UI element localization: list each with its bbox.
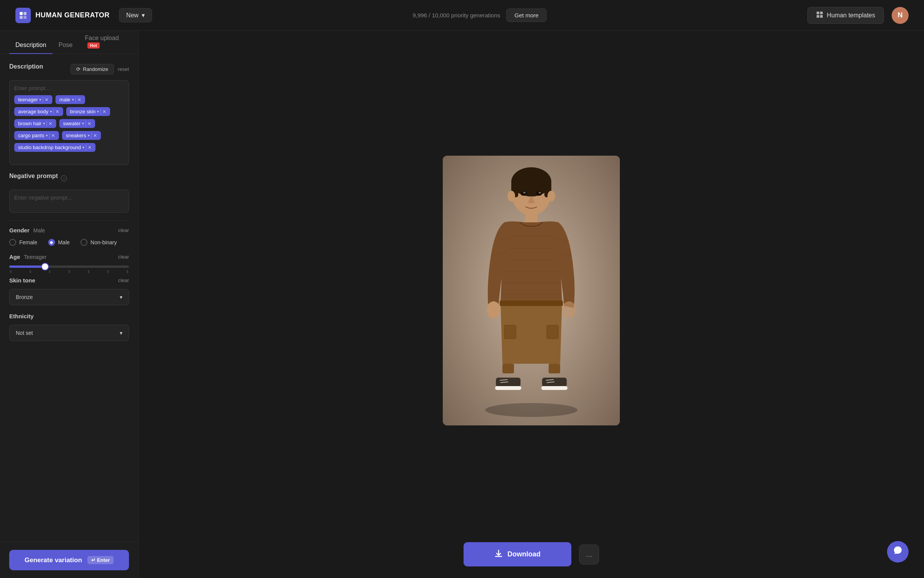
gender-radio-group: Female Male Non-binary: [9, 239, 129, 246]
age-clear[interactable]: clear: [118, 254, 129, 260]
tag-male[interactable]: male ▾ ✕: [55, 95, 85, 104]
app-title: HUMAN GENERATOR: [35, 11, 110, 19]
radio-female[interactable]: Female: [9, 239, 37, 246]
tag-remove-icon[interactable]: ✕: [55, 109, 59, 114]
tag-cargo-pants[interactable]: cargo pants ▾ ✕: [14, 131, 59, 140]
tag-separator: [86, 145, 86, 150]
chat-bubble-button[interactable]: [887, 541, 909, 563]
ethnicity-value: Not set: [16, 330, 33, 336]
chevron-icon: ▾: [39, 97, 41, 102]
ethnicity-select[interactable]: Not set ▾: [9, 325, 129, 341]
age-label: Age: [9, 254, 20, 260]
tag-teenager[interactable]: teenager ▾ ✕: [14, 95, 52, 104]
randomize-button[interactable]: ⟳ Randomize: [70, 64, 114, 74]
skin-tone-value: Bronze: [16, 294, 33, 300]
sidebar-footer: Generate variation ↵ Enter: [0, 542, 138, 578]
radio-male[interactable]: Male: [48, 239, 70, 246]
tag-separator: [43, 97, 43, 102]
tag-sneakers[interactable]: sneakers ▾ ✕: [62, 131, 101, 140]
tick: [49, 270, 50, 273]
tag-remove-icon[interactable]: ✕: [45, 97, 49, 102]
tag-remove-icon[interactable]: ✕: [93, 133, 97, 138]
more-options-button[interactable]: ...: [579, 544, 599, 565]
prompt-area[interactable]: Enter prompt... teenager ▾ ✕ male ▾ ✕: [9, 80, 129, 165]
divider-1: [9, 220, 129, 221]
gender-label: Gender: [9, 227, 30, 234]
image-container: [162, 46, 901, 534]
age-slider-thumb[interactable]: [41, 263, 49, 271]
neg-prompt-title: Negative prompt: [9, 173, 58, 180]
gender-row: Gender Male clear: [9, 227, 129, 234]
chat-icon: [893, 546, 903, 558]
svg-point-20: [547, 191, 555, 202]
svg-rect-4: [817, 12, 819, 14]
new-button[interactable]: New ▾: [119, 8, 152, 22]
chevron-icon: ▾: [72, 97, 74, 102]
chevron-icon: ▾: [82, 145, 84, 150]
svg-point-15: [521, 191, 527, 196]
reset-link[interactable]: reset: [118, 66, 129, 72]
ellipsis-icon: ...: [586, 550, 593, 559]
svg-point-21: [487, 301, 500, 318]
age-slider[interactable]: [9, 265, 129, 268]
ethnicity-label: Ethnicity: [9, 313, 33, 319]
svg-point-18: [539, 192, 541, 193]
user-avatar[interactable]: N: [892, 7, 909, 24]
tag-brown-hair[interactable]: brown hair ▾ ✕: [14, 119, 56, 128]
radio-nonbinary[interactable]: Non-binary: [80, 239, 117, 246]
tag-bronze-skin[interactable]: bronze skin ▾ ✕: [66, 107, 110, 116]
tag-remove-icon[interactable]: ✕: [51, 133, 55, 138]
neg-prompt-area[interactable]: Enter negative prompt...: [9, 190, 129, 213]
svg-rect-6: [817, 15, 819, 18]
top-bar: HUMAN GENERATOR New ▾ 9,996 / 10,000 pri…: [0, 0, 924, 31]
tag-separator: [47, 121, 47, 126]
skin-tone-label: Skin tone: [9, 277, 35, 284]
tab-description[interactable]: Description: [9, 37, 52, 54]
download-button[interactable]: Download: [464, 542, 571, 566]
svg-rect-3: [23, 16, 27, 19]
generated-image: [443, 156, 620, 425]
tag-remove-icon[interactable]: ✕: [102, 109, 106, 114]
chevron-down-icon: ▾: [142, 12, 145, 19]
tag-separator: [75, 97, 76, 102]
new-button-label: New: [126, 12, 139, 19]
svg-rect-7: [820, 15, 823, 18]
tab-face-upload[interactable]: Face upload Hot: [79, 31, 129, 54]
enter-key-icon: ↵: [91, 557, 95, 563]
tag-separator: [85, 121, 86, 126]
tick: [10, 270, 12, 273]
sidebar-tabs: Description Pose Face upload Hot: [0, 31, 138, 54]
top-bar-left: HUMAN GENERATOR New ▾: [15, 8, 152, 23]
tag-studio-backdrop[interactable]: studio backdrop background ▾ ✕: [14, 143, 95, 152]
tick: [107, 270, 109, 273]
enter-label: Enter: [97, 557, 110, 563]
main-content: Description Pose Face upload Hot Descrip…: [0, 31, 924, 578]
skin-tone-select[interactable]: Bronze ▾: [9, 289, 129, 305]
radio-male-circle: [48, 239, 55, 246]
tag-remove-icon[interactable]: ✕: [88, 145, 92, 150]
tag-remove-icon[interactable]: ✕: [77, 97, 81, 102]
age-value: Teenager: [24, 254, 46, 260]
svg-point-16: [536, 191, 542, 196]
tag-remove-icon[interactable]: ✕: [87, 121, 91, 126]
human-templates-button[interactable]: Human templates: [807, 7, 884, 24]
chevron-icon: ▾: [82, 121, 84, 126]
sidebar: Description Pose Face upload Hot Descrip…: [0, 31, 139, 578]
human-templates-label: Human templates: [827, 12, 875, 19]
tags-container: teenager ▾ ✕ male ▾ ✕ average body ▾: [14, 95, 124, 152]
tag-average-body[interactable]: average body ▾ ✕: [14, 107, 63, 116]
tag-separator: [54, 109, 54, 114]
svg-point-19: [507, 191, 515, 202]
tag-remove-icon[interactable]: ✕: [49, 121, 52, 126]
skin-tone-clear[interactable]: clear: [118, 277, 129, 283]
tag-sweater[interactable]: sweater ▾ ✕: [59, 119, 95, 128]
generate-button[interactable]: Generate variation ↵ Enter: [9, 550, 129, 570]
preview-area: Download ...: [139, 31, 924, 578]
tab-pose[interactable]: Pose: [52, 37, 79, 54]
gender-clear[interactable]: clear: [118, 227, 129, 233]
chevron-down-icon: ▾: [120, 294, 122, 300]
svg-point-22: [562, 301, 576, 318]
chevron-icon: ▾: [46, 133, 48, 138]
top-bar-center: 9,996 / 10,000 priority generations Get …: [413, 8, 547, 22]
get-more-button[interactable]: Get more: [506, 8, 547, 22]
